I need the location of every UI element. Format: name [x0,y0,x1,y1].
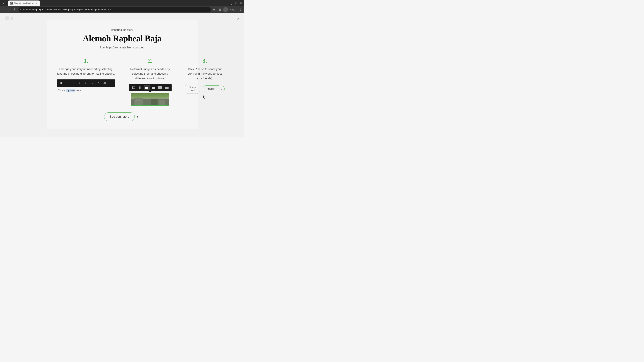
share-draft-button[interactable]: Share draft [185,84,200,94]
modal-card: Imported the story Alemoh Rapheal Baja f… [46,20,198,129]
h1-button[interactable]: H1 [70,80,76,86]
modal-close-button[interactable]: × [236,16,241,21]
active-tab[interactable]: New story – Medium × [8,0,40,6]
close-icon: × [237,16,239,21]
format-toolbar: B i H1 H2 H3 ≡ " [57,79,115,87]
svg-rect-8 [139,86,140,89]
image-toolbar-container [129,84,172,93]
step-2-desc: Reformat images as needed by selecting t… [129,67,172,81]
layout-wide-btn[interactable] [150,85,156,90]
address-bar-container: ● [18,7,211,12]
svg-rect-12 [158,86,162,89]
profile-button[interactable] [223,7,228,12]
window-controls: ⎯ ◻ ✕ [230,1,243,5]
secure-icon: ● [20,8,21,11]
step-2-number: 2. [129,57,172,64]
layout-left-btn[interactable] [130,85,136,90]
svg-rect-14 [167,87,168,89]
italic-button[interactable]: i [64,80,70,86]
svg-rect-11 [152,87,155,89]
refresh-button[interactable]: ↻ [13,7,18,12]
incognito-label: Incognito [229,8,237,11]
quote-button[interactable]: " [96,80,102,86]
bold-button[interactable]: B [58,80,64,86]
layout-full-btn[interactable] [157,85,163,90]
image-preview [131,93,169,105]
text-after: story. [75,89,81,92]
tab-nav-buttons: ▼ [1,1,6,5]
back-button[interactable]: ← [1,7,6,12]
svg-rect-20 [136,99,137,101]
svg-rect-19 [159,100,165,105]
story-title: Alemoh Rapheal Baja [57,33,188,43]
more-format-button[interactable] [108,80,114,86]
layout-center-left-btn[interactable] [137,85,143,90]
image-building [131,98,169,105]
h2-button[interactable]: H2 [76,80,82,86]
see-story-section: See your story [57,112,188,121]
modal-overlay: × Imported the story Alemoh Rapheal Baja… [0,13,244,137]
step-1: 1. Change your story as needed by select… [57,57,115,91]
maximize-button[interactable]: ◻ [234,1,238,5]
svg-rect-10 [145,87,148,89]
address-input[interactable] [18,7,211,12]
extensions-button[interactable]: ☰ [218,7,222,12]
step-1-number: 1. [57,57,115,64]
cursor-icon [203,95,206,99]
svg-rect-21 [138,99,140,101]
text-highlighted: my new [66,89,75,92]
imported-label: Imported the story [57,28,188,31]
svg-rect-17 [144,99,149,105]
image-layout-toolbar [129,84,172,91]
tab-dropdown-button[interactable]: ▼ [1,1,6,5]
steps-row: 1. Change your story as needed by select… [57,57,188,106]
toolbar-right: ★ ☰ Incognito ⋮ [212,7,243,12]
minimize-button[interactable]: ⎯ [230,1,234,5]
publish-dropdown-button[interactable]: ⌄ [219,86,224,92]
step-3-desc: Click Publish to share your story with t… [185,67,224,81]
close-window-button[interactable]: ✕ [239,1,243,5]
tab-favicon [10,2,13,4]
menu-button[interactable]: ⋮ [238,7,243,12]
svg-rect-4 [132,86,133,89]
browser-chrome: ▼ New story – Medium × + ⎯ ◻ ✕ ← → ↻ ● [0,0,244,13]
publish-button[interactable]: Publish [202,85,219,92]
step-3: 3. Click Publish to share your story wit… [185,57,224,99]
align-button[interactable]: ≡ [90,80,96,86]
layout-center-btn[interactable] [144,85,150,90]
svg-point-1 [11,3,12,3]
step-1-desc: Change your story as needed by selecting… [57,67,115,76]
svg-rect-5 [133,86,135,87]
svg-rect-9 [140,86,142,89]
link-button[interactable] [102,80,108,86]
svg-rect-16 [134,98,143,105]
chevron-down-icon: ⌄ [221,87,223,90]
tab-label: New story – Medium [14,2,34,4]
svg-rect-6 [133,88,134,88]
image-sky [131,93,169,98]
step-3-number: 3. [185,57,224,64]
page-content: Alemoh R × Imported the story Alemoh Rap… [0,13,244,137]
h3-button[interactable]: H3 [82,80,88,86]
cursor-near-button-icon [137,115,140,119]
bookmark-button[interactable]: ★ [212,7,216,12]
layout-split-btn[interactable] [164,85,170,90]
step-2: 2. Reformat images as needed by selectin… [129,57,172,106]
new-tab-button[interactable]: + [40,1,45,5]
story-source: from https://alemsbaja.hashnode.dev [57,46,188,49]
svg-rect-3 [110,82,112,84]
text-before: This is [58,89,66,92]
forward-button[interactable]: → [7,7,12,12]
svg-rect-7 [133,88,135,89]
svg-rect-18 [151,99,158,105]
svg-rect-13 [165,87,167,89]
publish-buttons: Share draft Publish ⌄ [185,84,224,94]
tab-close-button[interactable]: × [35,2,38,4]
tab-bar: ▼ New story – Medium × + ⎯ ◻ ✕ [0,0,244,6]
text-preview: This is my new story. [57,89,115,92]
image-preview-container [131,93,170,106]
see-story-button[interactable]: See your story [104,112,135,121]
address-bar-row: ← → ↻ ● ★ ☰ Incognito ⋮ [0,6,244,13]
